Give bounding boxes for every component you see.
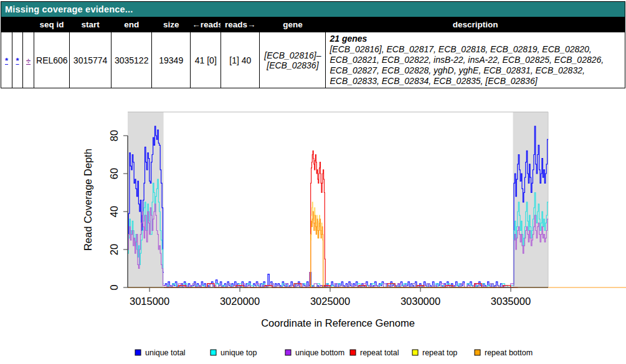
table-title-row: Missing coverage evidence...: [1, 2, 625, 17]
legend-swatch-unique-bottom: [285, 350, 291, 355]
breseq-report-page: { "table": { "title": "Missing coverage …: [0, 0, 626, 364]
legend-label-repeat-total: repeat total: [360, 348, 399, 357]
header-description: description: [326, 17, 625, 32]
evidence-link-2[interactable]: *: [16, 56, 19, 65]
seq-id-cell: REL606: [34, 32, 70, 88]
y-axis-title: Read Coverage Depth: [82, 149, 93, 251]
x-tick-label: 3015000: [130, 296, 169, 307]
legend-label-unique-total: unique total: [145, 348, 186, 357]
table-row: * * ÷ REL606 3015774 3035122 19349 41 [0…: [1, 32, 625, 88]
description-cell: 21 genes [ECB_02816], ECB_02817, ECB_028…: [326, 32, 625, 88]
evidence-link-cell-2: *: [12, 32, 23, 88]
header-reads-left: ←reads: [191, 17, 221, 32]
legend-swatch-repeat-top: [412, 350, 418, 355]
y-tick-label: 20: [108, 244, 120, 255]
header-gene: gene: [260, 17, 326, 32]
size-cell: 19349: [152, 32, 191, 88]
table-title: Missing coverage evidence...: [1, 2, 625, 17]
gene-cell: [ECB_02816]–[ECB_02836]: [260, 32, 326, 88]
header-seq-id: seq id: [34, 17, 70, 32]
description-gene-count: 21 genes: [330, 34, 621, 44]
legend-swatch-unique-top: [211, 350, 216, 355]
reads-left-cell: 41 [0]: [191, 32, 221, 88]
legend-swatch-repeat-bottom: [475, 350, 480, 355]
x-tick-label: 3020000: [220, 296, 260, 307]
reads-right-cell: [1] 40: [221, 32, 260, 88]
start-cell: 3015774: [70, 32, 111, 88]
evidence-link-cell-1: *: [1, 32, 12, 88]
header-end: end: [111, 17, 152, 32]
y-tick-label: 80: [108, 130, 120, 141]
legend-swatch-unique-total: [135, 350, 141, 355]
y-tick-label: 0: [108, 284, 120, 290]
legend-label-unique-top: unique top: [221, 348, 257, 357]
missing-coverage-table: Missing coverage evidence... seq id star…: [1, 1, 625, 88]
description-gene-list: [ECB_02816], ECB_02817, ECB_02818, ECB_0…: [330, 44, 621, 86]
series-line-unique-total-seg1: [164, 273, 513, 287]
x-tick-label: 3030000: [401, 296, 440, 307]
header-reads-right: reads→: [221, 17, 260, 32]
evidence-link-1[interactable]: *: [5, 56, 8, 65]
header-size: size: [152, 17, 191, 32]
legend-label-unique-bottom: unique bottom: [295, 348, 344, 357]
x-tick-label: 3025000: [310, 296, 350, 307]
header-start: start: [70, 17, 111, 32]
header-links-spacer: [1, 17, 34, 32]
legend-swatch-repeat-total: [350, 350, 356, 355]
y-tick-label: 60: [108, 168, 120, 179]
shaded-region-1: [513, 112, 548, 287]
y-tick-label: 40: [108, 206, 120, 217]
legend-label-repeat-top: repeat top: [422, 348, 457, 357]
series-line-repeat-top-seg0: [310, 202, 324, 287]
end-cell: 3035122: [111, 32, 152, 88]
x-tick-label: 3035000: [491, 296, 531, 307]
evidence-link-3[interactable]: ÷: [26, 56, 31, 65]
coverage-plot: 3015000302000030250003030000303500002040…: [0, 103, 626, 364]
coverage-plot-section: 3015000302000030250003030000303500002040…: [0, 103, 626, 364]
legend-label-repeat-bottom: repeat bottom: [485, 348, 533, 357]
evidence-link-cell-3: ÷: [23, 32, 34, 88]
table-header-row: seq id start end size ←reads reads→ gene…: [1, 17, 625, 32]
x-axis-title: Coordinate in Reference Genome: [261, 317, 415, 329]
